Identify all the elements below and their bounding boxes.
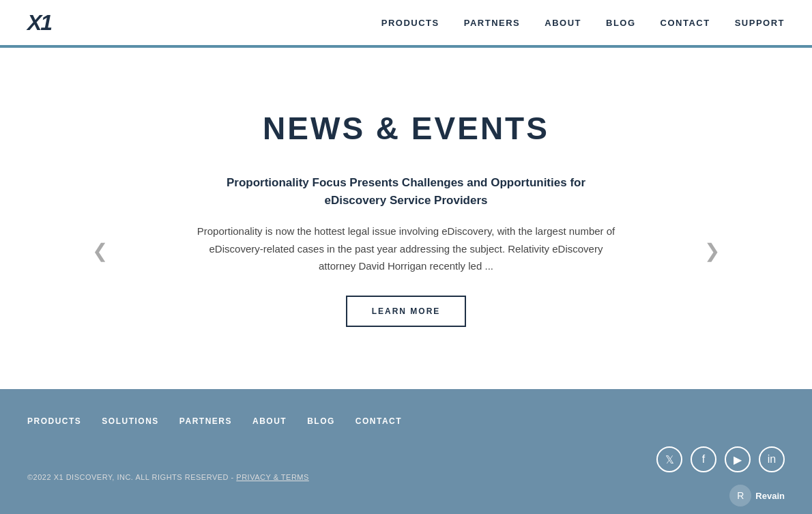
footer-nav-partners[interactable]: PARTNERS	[179, 416, 232, 426]
site-logo[interactable]: X1	[27, 10, 51, 35]
footer-nav-about[interactable]: ABOUT	[252, 416, 287, 426]
footer-nav-blog[interactable]: BLOG	[307, 416, 335, 426]
footer-privacy-link[interactable]: PRIVACY & TERMS	[236, 473, 309, 481]
nav-about[interactable]: ABOUT	[545, 18, 581, 28]
slider-next-button[interactable]: ❯	[697, 233, 727, 269]
footer-nav-products[interactable]: PRODUCTS	[27, 416, 81, 426]
site-header: X1 PRODUCTS PARTNERS ABOUT BLOG CONTACT …	[0, 0, 812, 48]
footer-nav-contact[interactable]: CONTACT	[356, 416, 402, 426]
footer-copyright: ©2022 X1 DISCOVERY, INC. ALL RIGHTS RESE…	[27, 473, 309, 481]
learn-more-button[interactable]: LEARN MORE	[346, 296, 467, 327]
footer-nav: PRODUCTS SOLUTIONS PARTNERS ABOUT BLOG C…	[27, 416, 785, 426]
slide-content: Proportionality Focus Presents Challenge…	[194, 174, 618, 327]
nav-contact[interactable]: CONTACT	[661, 18, 710, 28]
slider-prev-button[interactable]: ❮	[85, 233, 115, 269]
footer-nav-solutions[interactable]: SOLUTIONS	[102, 416, 159, 426]
main-content: NEWS & EVENTS ❮ Proportionality Focus Pr…	[0, 48, 812, 389]
site-footer: PRODUCTS SOLUTIONS PARTNERS ABOUT BLOG C…	[0, 389, 812, 514]
slide-body: Proportionality is now the hottest legal…	[194, 223, 618, 275]
slide-title: Proportionality Focus Presents Challenge…	[194, 174, 618, 209]
news-slider: ❮ Proportionality Focus Presents Challen…	[99, 174, 713, 327]
page-title: NEWS & EVENTS	[263, 110, 549, 147]
nav-products[interactable]: PRODUCTS	[381, 18, 439, 28]
footer-bottom: ©2022 X1 DISCOVERY, INC. ALL RIGHTS RESE…	[27, 446, 785, 506]
main-nav: PRODUCTS PARTNERS ABOUT BLOG CONTACT SUP…	[381, 18, 785, 28]
nav-blog[interactable]: BLOG	[606, 18, 636, 28]
nav-support[interactable]: SUPPORT	[735, 18, 785, 28]
revain-badge: R Revain	[729, 485, 785, 506]
twitter-icon[interactable]: 𝕏	[656, 446, 682, 472]
linkedin-icon[interactable]: in	[759, 446, 785, 472]
nav-partners[interactable]: PARTNERS	[464, 18, 521, 28]
social-icons: 𝕏 f ▶ in	[656, 446, 785, 472]
footer-copyright-area: ©2022 X1 DISCOVERY, INC. ALL RIGHTS RESE…	[27, 470, 309, 483]
revain-label: Revain	[755, 491, 785, 501]
facebook-icon[interactable]: f	[691, 446, 716, 472]
revain-icon: R	[729, 485, 751, 506]
youtube-icon[interactable]: ▶	[725, 446, 751, 472]
